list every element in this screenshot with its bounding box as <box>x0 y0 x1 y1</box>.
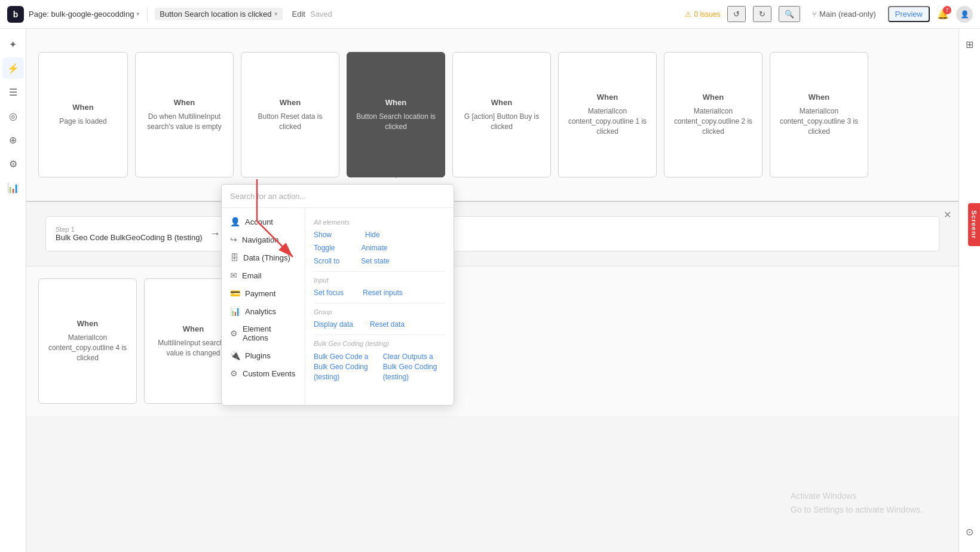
when-text-b1: When <box>183 324 204 333</box>
dropdown-search-area <box>222 185 454 208</box>
sidebar-icon-plugins[interactable]: ◎ <box>2 105 24 127</box>
action-toggle[interactable]: Toggle <box>314 243 335 253</box>
edit-label[interactable]: Edit <box>292 10 305 19</box>
dropdown-body: 👤 Account ↪ Navigation 🗄 Data (Things) ✉… <box>222 208 454 405</box>
screenr-tab[interactable]: Screenr <box>968 203 980 246</box>
left-sidebar: ✦ ⚡ ☰ ◎ ⊕ ⚙ 📊 <box>0 29 26 552</box>
cat-email-label: Email <box>242 271 262 280</box>
action-animate[interactable]: Animate <box>361 243 387 253</box>
action-reset-data[interactable]: Reset data <box>370 319 405 330</box>
step-area: Step 1 Bulk Geo Code BulkGeoCoding B (te… <box>45 216 939 252</box>
page-name: Page: bulk-google-geocodding <box>29 10 134 19</box>
section-all-elements: All elements <box>314 219 445 226</box>
workflow-card-6[interactable]: When MaterialIcon content_copy.outline 2… <box>664 52 762 177</box>
topbar-right: ⚠ 0 issues ↺ ↻ 🔍 ⑂ Main (read-only) Prev… <box>685 6 973 23</box>
cat-element-actions[interactable]: ⚙ Element Actions <box>222 320 305 346</box>
saved-label: Saved <box>310 10 332 19</box>
right-sidebar: ⊞ ⊙ <box>958 29 980 552</box>
action-clear-outputs[interactable]: Clear Outputs a Bulk Geo Coding (testing… <box>383 351 445 383</box>
cat-plugins[interactable]: 🔌 Plugins <box>222 346 305 364</box>
action-display-data[interactable]: Display data <box>314 319 353 330</box>
action-reset-inputs[interactable]: Reset inputs <box>363 287 403 298</box>
when-text-0: When <box>72 103 93 112</box>
sidebar-icon-data[interactable]: ☰ <box>2 81 24 103</box>
event-selector[interactable]: Button Search location is clicked ▾ <box>155 8 282 20</box>
sidebar-icon-settings[interactable]: ⚙ <box>2 153 24 174</box>
divider-input <box>314 271 445 272</box>
main-content: When Page is loaded When Do when Multili… <box>26 29 958 552</box>
activate-watermark: Activate Windows Go to Settings to activ… <box>791 489 923 516</box>
when-text-b0: When <box>77 319 98 328</box>
workflow-card-2[interactable]: When Button Reset data is clicked <box>241 52 339 177</box>
notifications-button[interactable]: 🔔 7 <box>937 8 949 20</box>
all-elements-row-2: Toggle Animate <box>314 243 445 253</box>
cat-element-actions-label: Element Actions <box>243 324 296 342</box>
when-text-1: When <box>174 98 195 107</box>
search-button[interactable]: 🔍 <box>779 6 800 22</box>
circle-icon[interactable]: ⊙ <box>959 521 981 542</box>
when-text-2: When <box>280 98 301 107</box>
page-chevron-icon: ▾ <box>136 10 140 18</box>
analytics-icon: 📊 <box>230 306 240 316</box>
notification-badge: 7 <box>943 6 951 14</box>
grid-icon[interactable]: ⊞ <box>959 33 981 55</box>
page-selector[interactable]: Page: bulk-google-geocodding ▾ <box>29 10 140 19</box>
cat-custom-events-label: Custom Events <box>243 369 295 378</box>
close-button[interactable]: ✕ <box>944 209 951 220</box>
cat-navigation[interactable]: ↪ Navigation <box>222 231 305 249</box>
action-hide[interactable]: Hide <box>365 229 380 240</box>
issues-indicator[interactable]: ⚠ 0 issues <box>685 10 720 19</box>
undo-button[interactable]: ↺ <box>727 6 746 22</box>
action-search-input[interactable] <box>230 192 445 201</box>
when-text-3: When <box>385 98 406 107</box>
avatar[interactable]: 👤 <box>956 6 973 23</box>
cat-email[interactable]: ✉ Email <box>222 266 305 284</box>
event-chevron-icon: ▾ <box>274 10 278 18</box>
when-desc-7: MaterialIcon content_copy.outline 3 is c… <box>777 106 860 136</box>
when-desc-4: G [action] Button Buy is clicked <box>460 112 543 132</box>
cat-custom-events[interactable]: ⚙ Custom Events <box>222 364 305 382</box>
sidebar-icon-styles[interactable]: ⊕ <box>2 129 24 151</box>
cat-account[interactable]: 👤 Account <box>222 213 305 231</box>
sidebar-icon-analytics[interactable]: 📊 <box>2 177 24 198</box>
action-scroll-to[interactable]: Scroll to <box>314 256 339 266</box>
bulk-geo-row: Bulk Geo Code a Bulk Geo Coding (testing… <box>314 351 445 383</box>
cat-analytics-label: Analytics <box>245 307 276 316</box>
step-label: Step 1 <box>56 226 203 233</box>
connector-arrow <box>390 171 402 178</box>
divider-1 <box>147 7 148 22</box>
group-row-1: Display data Reset data <box>314 319 445 330</box>
action-dropdown: 👤 Account ↪ Navigation 🗄 Data (Things) ✉… <box>221 184 454 406</box>
action-set-focus[interactable]: Set focus <box>314 287 344 298</box>
cat-account-label: Account <box>245 217 273 226</box>
sidebar-icon-design[interactable]: ✦ <box>2 33 24 55</box>
cat-plugins-label: Plugins <box>245 351 271 360</box>
action-show[interactable]: Show <box>314 229 332 240</box>
workflow-card-3[interactable]: When Button Search location is clicked <box>347 52 445 177</box>
email-icon: ✉ <box>230 271 237 280</box>
cat-payment-label: Payment <box>245 289 275 298</box>
redo-button[interactable]: ↻ <box>753 6 771 22</box>
workflow-card-5[interactable]: When MaterialIcon content_copy.outline 1… <box>558 52 657 177</box>
workflow-card-0[interactable]: When Page is loaded <box>38 52 128 177</box>
cat-data[interactable]: 🗄 Data (Things) <box>222 249 305 266</box>
event-name: Button Search location is clicked <box>160 10 271 19</box>
cat-analytics[interactable]: 📊 Analytics <box>222 302 305 320</box>
action-bulk-geo-code[interactable]: Bulk Geo Code a Bulk Geo Coding (testing… <box>314 351 378 383</box>
sidebar-icon-workflow[interactable]: ⚡ <box>2 57 24 79</box>
workflow-card-4[interactable]: When G [action] Button Buy is clicked <box>452 52 551 177</box>
workflow-card-1[interactable]: When Do when MultilineInput search's val… <box>135 52 234 177</box>
cat-payment[interactable]: 💳 Payment <box>222 284 305 302</box>
watermark-line1: Activate Windows <box>791 489 923 502</box>
input-row-1: Set focus Reset inputs <box>314 287 445 298</box>
workflow-card-7[interactable]: When MaterialIcon content_copy.outline 3… <box>770 52 868 177</box>
workflow-card-bottom-0[interactable]: When MaterialIcon content_copy.outline 4… <box>38 278 137 404</box>
when-text-5: When <box>597 93 618 102</box>
when-desc-0: Page is loaded <box>59 116 106 127</box>
account-icon: 👤 <box>230 217 240 226</box>
action-set-state[interactable]: Set state <box>361 256 389 266</box>
topbar: b Page: bulk-google-geocodding ▾ Button … <box>0 0 980 29</box>
cat-data-label: Data (Things) <box>243 253 290 262</box>
branch-selector[interactable]: ⑂ Main (read-only) <box>807 7 880 21</box>
preview-button[interactable]: Preview <box>888 6 930 22</box>
